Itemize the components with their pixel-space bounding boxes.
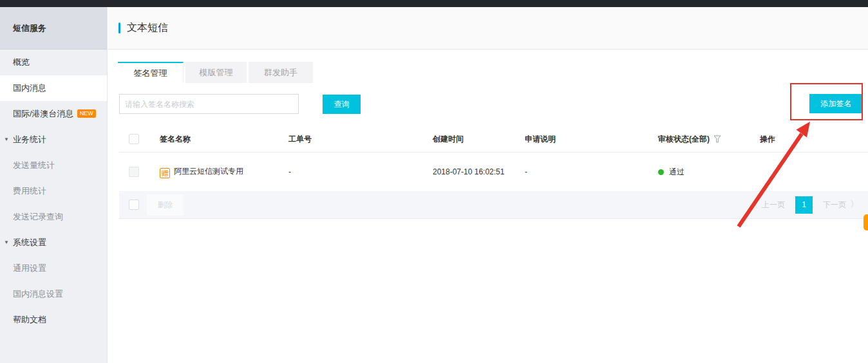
table-footer-bar: 删除 〈 上一页 1 下一页 〉 <box>119 191 868 219</box>
caret-down-icon: ▼ <box>4 127 9 153</box>
cell-ticket-number: - <box>288 167 433 176</box>
sidebar-item-overview[interactable]: 概览 <box>0 50 107 75</box>
footer-select-all-checkbox[interactable] <box>129 200 139 210</box>
title-marker-bar <box>118 23 120 33</box>
sidebar-item-send-record-query[interactable]: 发送记录查询 <box>0 204 107 230</box>
col-header-review-status: 审核状态(全部) <box>658 134 760 145</box>
sidebar-title: 短信服务 <box>0 7 107 50</box>
clipped-floating-widget[interactable] <box>863 214 868 230</box>
page-header: 文本短信 <box>108 7 868 50</box>
sms-console-page: 短信服务 概览 国内消息 国际/港澳台消息NEW ▼ 业务统计 发送量统计 费用… <box>0 0 868 363</box>
sidebar-item-domestic-messages[interactable]: 国内消息 <box>0 75 107 101</box>
sidebar-group-label: 业务统计 <box>13 135 46 144</box>
pagination: 〈 上一页 1 下一页 〉 <box>745 196 863 214</box>
current-page-number[interactable]: 1 <box>795 196 813 214</box>
row-checkbox[interactable] <box>129 167 139 177</box>
signature-name-text: 阿里云短信测试专用 <box>174 167 243 176</box>
filter-funnel-icon[interactable] <box>713 135 721 143</box>
status-text: 通过 <box>669 167 684 178</box>
sidebar-group-business-stats[interactable]: ▼ 业务统计 <box>0 127 107 153</box>
delete-button[interactable]: 删除 <box>147 194 184 216</box>
cell-signature-name: 赠阿里云短信测试专用 <box>160 166 288 178</box>
tab-bulk-send-assistant[interactable]: 群发助手 <box>249 62 313 83</box>
cell-application-note: - <box>525 167 658 176</box>
cell-created-time: 2018-07-10 16:02:51 <box>433 167 525 178</box>
sidebar-item-cost-stats[interactable]: 费用统计 <box>0 178 107 204</box>
col-header-created-time: 创建时间 <box>433 134 525 145</box>
sidebar-item-domestic-message-settings[interactable]: 国内消息设置 <box>0 281 107 307</box>
table-header-row: 签名名称 工单号 创建时间 申请说明 审核状态(全部) 操作 <box>119 126 868 153</box>
col-header-ticket-number: 工单号 <box>288 134 433 145</box>
top-navigation-bar <box>0 0 868 7</box>
page-title: 文本短信 <box>127 21 168 35</box>
next-page-button[interactable]: 下一页 <box>823 200 846 210</box>
sidebar-item-send-volume-stats[interactable]: 发送量统计 <box>0 153 107 178</box>
table-row: 赠阿里云短信测试专用 - 2018-07-10 16:02:51 - 通过 <box>119 153 868 191</box>
col-header-signature-name: 签名名称 <box>160 134 288 145</box>
col-header-action: 操作 <box>760 134 868 145</box>
col-header-status-label: 审核状态(全部) <box>658 135 710 144</box>
prev-page-arrow-icon[interactable]: 〈 <box>749 199 758 210</box>
sidebar-item-international-messages[interactable]: 国际/港澳台消息NEW <box>0 101 107 127</box>
query-button[interactable]: 查询 <box>323 95 361 114</box>
select-all-checkbox[interactable] <box>129 134 139 144</box>
caret-down-icon: ▼ <box>4 230 9 256</box>
next-page-arrow-icon[interactable]: 〉 <box>850 199 859 210</box>
main-content: 文本短信 签名管理 模版管理 群发助手 查询 添加签名 签名名称 工单号 创建时… <box>108 7 868 363</box>
sidebar-item-general-settings[interactable]: 通用设置 <box>0 256 107 281</box>
tab-bar: 签名管理 模版管理 群发助手 <box>118 62 868 83</box>
prev-page-button[interactable]: 上一页 <box>762 200 785 210</box>
sidebar-item-help-docs[interactable]: 帮助文档 <box>0 307 107 333</box>
signature-search-input[interactable] <box>119 94 299 114</box>
sidebar-group-label: 系统设置 <box>13 237 46 247</box>
sidebar: 短信服务 概览 国内消息 国际/港澳台消息NEW ▼ 业务统计 发送量统计 费用… <box>0 7 108 363</box>
tab-signature-management[interactable]: 签名管理 <box>118 62 184 83</box>
new-badge: NEW <box>77 109 96 118</box>
sidebar-item-label: 国际/港澳台消息 <box>13 109 74 118</box>
green-status-dot <box>658 169 664 175</box>
gift-badge-icon: 赠 <box>160 168 170 178</box>
created-time-text: 2018-07-10 16:02:51 <box>433 167 505 178</box>
add-signature-button[interactable]: 添加签名 <box>809 94 863 113</box>
col-header-application-note: 申请说明 <box>525 134 658 145</box>
tab-template-management[interactable]: 模版管理 <box>185 62 247 83</box>
sidebar-group-system-settings[interactable]: ▼ 系统设置 <box>0 230 107 256</box>
signature-table: 签名名称 工单号 创建时间 申请说明 审核状态(全部) 操作 赠阿里云短信测试专… <box>119 126 868 191</box>
cell-review-status: 通过 <box>658 167 760 178</box>
toolbar: 查询 添加签名 <box>119 94 868 114</box>
